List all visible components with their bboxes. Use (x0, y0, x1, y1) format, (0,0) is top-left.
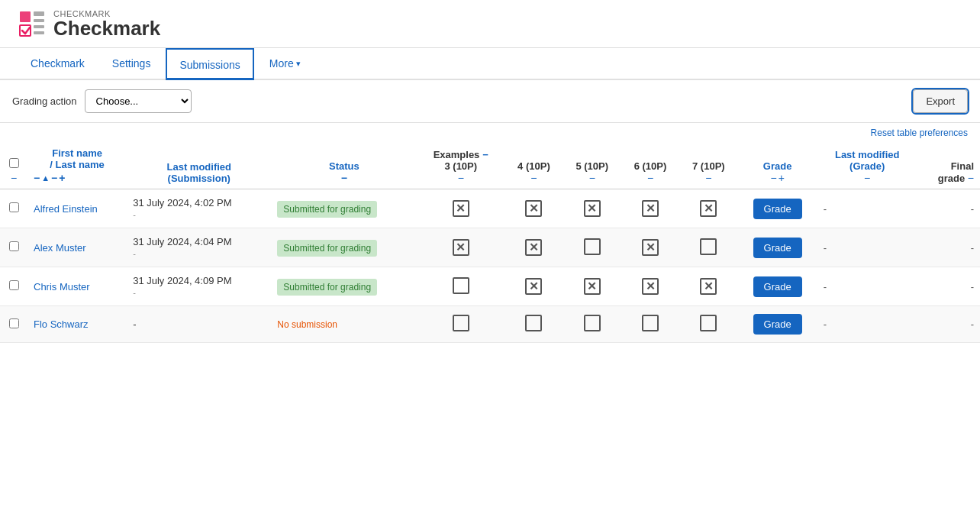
th-status-minus-icon[interactable]: − (341, 172, 347, 184)
row-ex4-cell: ✕ (505, 267, 563, 306)
th-ex7-label: 7 (10P) (685, 160, 731, 172)
row-modified-sub: - (133, 210, 136, 219)
th-examples-minus-icon[interactable]: − (482, 149, 488, 160)
th-examples-6: 6 (10P) − (621, 143, 679, 189)
row-last-mod-grade-cell: - (817, 267, 917, 306)
app-logo: CHECKMARK Checkmark (18, 9, 160, 38)
th-grade-label: Grade (763, 160, 792, 172)
th-ex3-minus-icon[interactable]: − (458, 172, 464, 184)
table-container: − First name/ Last name − ▲ − + (0, 143, 980, 343)
row-ex7-cell (679, 228, 737, 267)
status-submitted-badge: Submitted for grading (277, 279, 377, 296)
row-modified-cell: 31 July 2024, 4:04 PM - (127, 228, 271, 267)
reset-table-preferences-link[interactable]: Reset table preferences (871, 128, 968, 138)
row-ex4-cell: ✕ (505, 189, 563, 228)
row-grade-cell: Grade (738, 228, 817, 267)
th-name-sort-up-icon[interactable]: ▲ (41, 173, 50, 183)
th-examples-5: 5 (10P) − (563, 143, 621, 189)
row-select-checkbox[interactable] (9, 280, 19, 290)
row-ex3-cell: ✕ (417, 189, 505, 228)
th-ex6-label: 6 (10P) (627, 160, 673, 172)
row-last-mod-grade-cell: - (817, 306, 917, 343)
th-ex5-minus-icon[interactable]: − (589, 172, 595, 184)
grade-button[interactable]: Grade (753, 314, 802, 335)
row-modified-sub: - (133, 249, 136, 258)
nav-item-checkmark[interactable]: Checkmark (18, 48, 97, 79)
row-checkbox-cell (0, 267, 27, 306)
th-first-last-label: First name/ Last name (34, 147, 121, 170)
row-final-grade-value: - (971, 203, 974, 215)
th-examples-header: Examples − (423, 149, 498, 160)
th-last-mod-grade-minus-icon[interactable]: − (864, 172, 870, 184)
empty-checkbox-icon (700, 315, 717, 331)
row-grade-cell: Grade (738, 189, 817, 228)
th-grade-minus-icon[interactable]: − (770, 172, 776, 184)
checked-icon: ✕ (700, 278, 717, 295)
svg-rect-6 (34, 25, 44, 28)
row-last-mod-grade-value: - (824, 318, 827, 330)
student-name-link[interactable]: Alfred Einstein (34, 203, 98, 215)
checkmark-logo-icon (18, 10, 46, 37)
more-label: More (269, 57, 294, 70)
empty-checkbox-icon (453, 315, 469, 331)
row-modified-cell: 31 July 2024, 4:02 PM - (127, 189, 271, 228)
row-last-mod-grade-cell: - (817, 228, 917, 267)
checked-icon: ✕ (453, 200, 469, 217)
row-modified-sub: - (133, 288, 136, 297)
student-name-link[interactable]: Chris Muster (34, 281, 90, 293)
checked-icon: ✕ (525, 200, 542, 217)
empty-checkbox-icon (642, 315, 659, 331)
nav-item-submissions[interactable]: Submissions (166, 48, 253, 80)
row-modified-value: 31 July 2024, 4:02 PM (133, 197, 231, 209)
submissions-table: − First name/ Last name − ▲ − + (0, 143, 980, 343)
row-status-cell: Submitted for grading (271, 189, 417, 228)
row-select-checkbox[interactable] (9, 202, 19, 212)
th-final-minus-icon[interactable]: − (968, 172, 974, 184)
student-name-link[interactable]: Flo Schwarz (34, 318, 89, 330)
row-grade-cell: Grade (738, 267, 817, 306)
row-last-mod-grade-value: - (824, 203, 827, 215)
grade-button[interactable]: Grade (753, 199, 802, 219)
export-button[interactable]: Export (913, 89, 968, 113)
grade-button[interactable]: Grade (753, 238, 802, 258)
empty-checkbox-icon (453, 277, 469, 294)
status-submitted-badge: Submitted for grading (277, 240, 377, 257)
row-status-cell: Submitted for grading (271, 267, 417, 306)
nav-bar: Checkmark Settings Submissions More ▾ (0, 48, 980, 80)
th-grade-plus-icon[interactable]: + (779, 172, 785, 184)
th-ex4-minus-icon[interactable]: − (530, 172, 537, 184)
empty-checkbox-icon (584, 238, 601, 255)
th-name-plus-icon[interactable]: + (59, 172, 65, 184)
svg-rect-1 (34, 11, 44, 16)
nav-item-more[interactable]: More ▾ (257, 48, 313, 79)
th-select-all: − (0, 143, 27, 189)
checked-icon: ✕ (525, 239, 542, 256)
app-title: Checkmark (53, 18, 160, 38)
row-select-checkbox[interactable] (9, 241, 19, 251)
grading-action-select[interactable]: Choose... (85, 89, 192, 113)
th-final-grade: Finalgrade − (917, 143, 980, 189)
th-name-minus-icon[interactable]: − (34, 172, 40, 184)
empty-checkbox-icon (584, 315, 601, 331)
status-submitted-badge: Submitted for grading (277, 201, 377, 218)
th-ex7-minus-icon[interactable]: − (705, 172, 711, 184)
row-final-grade-value: - (971, 318, 974, 330)
row-modified-value: 31 July 2024, 4:04 PM (133, 236, 231, 247)
row-final-grade-cell: - (917, 306, 980, 343)
th-name-minus2-icon[interactable]: − (51, 172, 57, 184)
checked-icon: ✕ (584, 200, 601, 217)
row-select-checkbox[interactable] (9, 318, 19, 328)
row-ex3-cell (417, 306, 505, 343)
select-all-checkbox[interactable] (9, 158, 19, 168)
th-ex6-minus-icon[interactable]: − (647, 172, 653, 184)
svg-rect-7 (34, 31, 44, 34)
th-status: Status − (271, 143, 417, 189)
grade-button[interactable]: Grade (753, 276, 802, 297)
checked-icon: ✕ (642, 239, 659, 256)
student-name-link[interactable]: Alex Muster (34, 242, 86, 254)
th-select-minus-icon[interactable]: − (11, 172, 17, 184)
th-examples-4: 4 (10P) − (505, 143, 563, 189)
toolbar-left: Grading action Choose... (12, 89, 192, 113)
nav-item-settings[interactable]: Settings (100, 48, 163, 79)
row-final-grade-cell: - (917, 189, 980, 228)
